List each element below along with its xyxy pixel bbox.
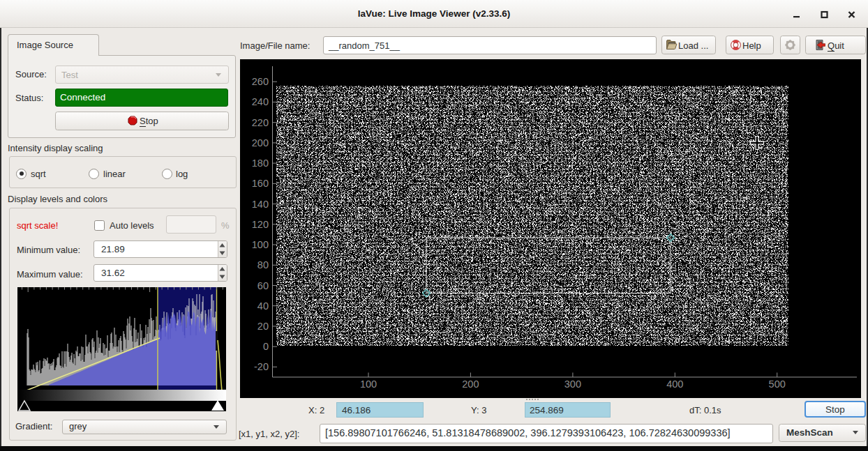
svg-text:160: 160 (252, 178, 269, 189)
svg-text:40: 40 (257, 300, 269, 312)
svg-text:0: 0 (263, 341, 269, 352)
svg-text:300: 300 (564, 379, 581, 390)
svg-text:180: 180 (252, 158, 269, 169)
svg-text:140: 140 (252, 199, 269, 210)
svg-text:200: 200 (462, 379, 479, 390)
svg-text:260: 260 (252, 76, 269, 87)
svg-text:20: 20 (257, 321, 269, 332)
svg-text:220: 220 (252, 117, 269, 128)
svg-text:400: 400 (666, 379, 683, 390)
svg-text:60: 60 (257, 280, 269, 291)
svg-text:200: 200 (252, 137, 269, 148)
svg-text:-20: -20 (254, 361, 269, 372)
svg-text:240: 240 (252, 96, 269, 107)
svg-text:100: 100 (252, 239, 269, 250)
svg-text:100: 100 (360, 379, 377, 390)
svg-text:120: 120 (252, 219, 269, 230)
svg-text:500: 500 (769, 379, 786, 390)
svg-text:80: 80 (257, 259, 269, 270)
